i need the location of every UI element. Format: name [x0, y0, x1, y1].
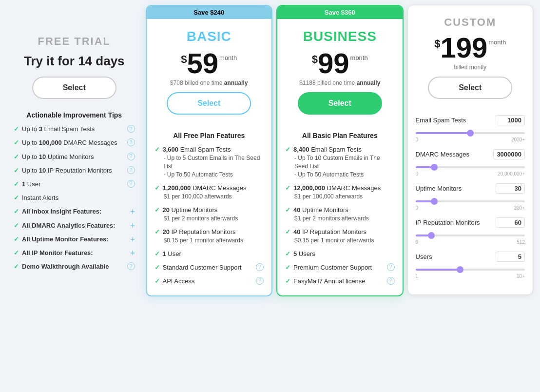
- basic-savings-badge: Save $240: [147, 6, 272, 19]
- check-icon: ✓: [14, 222, 19, 229]
- feature-text: API Access: [163, 277, 254, 286]
- free-features-title: Actionable Improvement Tips: [14, 111, 135, 119]
- list-item: ✓ 8,400 Email Spam Tests - Up To 10 Cust…: [285, 145, 395, 179]
- list-item: ✓ Premium Customer Support ?: [285, 263, 395, 272]
- slider-label-uptime: Uptime Monitors: [416, 185, 462, 192]
- list-item: ✓ Up to 10 Uptime Monitors ?: [14, 153, 135, 161]
- custom-header: CUSTOM $ 199 month billed montly Select: [408, 5, 533, 111]
- feature-text: Up to 10 IP Reputation Monitors: [22, 166, 125, 175]
- expand-icon[interactable]: +: [130, 235, 135, 244]
- slider-ip-rep[interactable]: [416, 235, 525, 236]
- check-icon: ✓: [154, 250, 160, 257]
- slider-value-ip-rep: 60: [496, 217, 525, 228]
- list-item: ✓ 20 Uptime Monitors $1 per 2 monitors a…: [154, 206, 264, 223]
- feature-text: Demo Walkthrough Available: [22, 262, 125, 271]
- business-features-title: All Basic Plan Features: [285, 132, 395, 139]
- list-item: ✓ 40 Uptime Monitors $1 per 2 monitors a…: [285, 206, 395, 223]
- free-tagline: Try it for 14 days: [21, 54, 127, 69]
- feature-text: Instant Alerts: [22, 194, 135, 202]
- business-billing-note: $1188 billed one time annually: [287, 79, 393, 86]
- expand-icon[interactable]: +: [130, 249, 135, 257]
- basic-select-button[interactable]: Select: [167, 92, 251, 115]
- basic-features: All Free Plan Features ✓ 3,600 Email Spa…: [147, 127, 272, 295]
- slider-max-dmarc: 20,000,000+: [498, 171, 525, 176]
- slider-uptime[interactable]: [416, 200, 525, 202]
- expand-icon[interactable]: +: [130, 221, 135, 230]
- slider-label-email-spam: Email Spam Tests: [416, 117, 466, 124]
- help-icon[interactable]: ?: [127, 262, 135, 270]
- list-item: ✓ 5 Users: [285, 250, 395, 258]
- slider-label-ip-rep: IP Reputation Monitors: [416, 219, 480, 226]
- business-price-row: $ 99 month: [287, 49, 393, 78]
- list-item: ✓ Up to 100,000 DMARC Messages ?: [14, 138, 135, 147]
- business-price-dollar: $: [312, 53, 318, 66]
- slider-label-dmarc: DMARC Messages: [416, 151, 470, 158]
- feature-text: Up to 3 Email Spam Tests: [22, 125, 125, 134]
- list-item: ✓ 1,200,000 DMARC Messages $1 per 100,00…: [154, 184, 264, 201]
- custom-sliders: Email Spam Tests 1000 0 2000+ DMARC Mess…: [408, 111, 533, 290]
- check-icon: ✓: [154, 264, 160, 271]
- help-icon[interactable]: ?: [127, 138, 135, 146]
- list-item: ✓ Up to 3 Email Spam Tests ?: [14, 125, 135, 134]
- feature-text: 5 Users: [293, 250, 395, 258]
- help-icon[interactable]: ?: [256, 263, 264, 271]
- slider-min-ip: 0: [416, 239, 419, 245]
- check-icon: ✓: [14, 249, 19, 256]
- help-icon[interactable]: ?: [127, 153, 135, 160]
- check-icon: ✓: [154, 184, 160, 192]
- check-icon: ✓: [14, 263, 19, 270]
- help-icon[interactable]: ?: [127, 166, 135, 174]
- slider-min-email: 0: [416, 137, 419, 142]
- custom-billing-note: billed montly: [418, 64, 523, 71]
- business-header: BUSINESS $ 99 month $1188 billed one tim…: [277, 19, 403, 127]
- check-icon: ✓: [14, 180, 19, 188]
- check-icon: ✓: [285, 228, 290, 235]
- list-item: ✓ All DMARC Analytics Features: +: [14, 221, 135, 230]
- check-icon: ✓: [285, 184, 290, 192]
- business-plan-name: BUSINESS: [287, 29, 393, 44]
- check-icon: ✓: [154, 228, 160, 235]
- help-icon[interactable]: ?: [127, 180, 135, 188]
- list-item: ✓ 20 IP Reputation Monitors $0.15 per 1 …: [154, 228, 264, 245]
- help-icon[interactable]: ?: [256, 277, 264, 285]
- list-item: ✓ Up to 10 IP Reputation Monitors ?: [14, 166, 135, 175]
- basic-price-amount: 59: [187, 49, 219, 78]
- custom-select-button[interactable]: Select: [428, 77, 512, 99]
- feature-text: 40 IP Reputation Monitors $0.15 per 1 mo…: [293, 228, 395, 245]
- slider-min-uptime: 0: [416, 205, 419, 211]
- custom-price-amount: 199: [440, 34, 487, 62]
- slider-dmarc[interactable]: [416, 166, 525, 168]
- help-icon[interactable]: ?: [387, 263, 395, 271]
- check-icon: ✓: [14, 125, 19, 133]
- custom-price-dollar: $: [434, 38, 440, 50]
- free-features: Actionable Improvement Tips ✓ Up to 3 Em…: [12, 111, 137, 271]
- feature-text: All DMARC Analytics Features:: [22, 221, 128, 230]
- check-icon: ✓: [285, 264, 290, 271]
- free-select-button[interactable]: Select: [32, 77, 116, 99]
- help-icon[interactable]: ?: [127, 125, 135, 133]
- business-select-button[interactable]: Select: [298, 92, 382, 115]
- list-item: ✓ EasyMail7 Annual license ?: [285, 277, 395, 286]
- basic-header: BASIC $ 59 month $708 billed one time an…: [147, 19, 272, 127]
- slider-users[interactable]: [416, 269, 525, 271]
- check-icon: ✓: [14, 167, 19, 174]
- list-item: ✓ 1 User: [154, 250, 264, 258]
- list-item: ✓ Demo Walkthrough Available ?: [14, 262, 135, 271]
- slider-row-email-spam: Email Spam Tests 1000 0 2000+: [416, 115, 525, 142]
- feature-text: All Inbox Insight Features:: [22, 207, 128, 216]
- slider-email-spam[interactable]: [416, 132, 525, 134]
- slider-min-users: 1: [416, 274, 419, 279]
- slider-min-dmarc: 0: [416, 171, 419, 176]
- basic-price-dollar: $: [181, 53, 187, 66]
- plan-business: Save $360 BUSINESS $ 99 month $1188 bill…: [276, 5, 404, 296]
- plan-custom: CUSTOM $ 199 month billed montly Select …: [407, 5, 534, 295]
- list-item: ✓ All Uptime Monitor Features: +: [14, 235, 135, 244]
- business-price-period: month: [350, 54, 368, 61]
- help-icon[interactable]: ?: [387, 277, 395, 285]
- expand-icon[interactable]: +: [130, 207, 135, 216]
- list-item: ✓ All Inbox Insight Features: +: [14, 207, 135, 216]
- slider-max-uptime: 200+: [514, 205, 525, 211]
- slider-value-dmarc: 3000000: [493, 149, 525, 159]
- feature-text: Premium Customer Support: [293, 263, 385, 272]
- business-features: All Basic Plan Features ✓ 8,400 Email Sp…: [277, 127, 403, 295]
